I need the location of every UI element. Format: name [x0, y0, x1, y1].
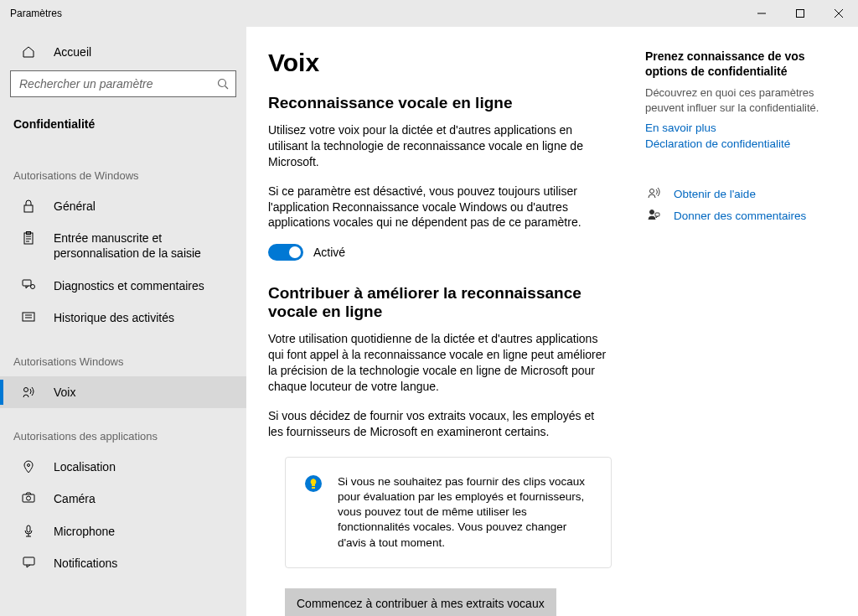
- home-label: Accueil: [54, 45, 91, 59]
- section-heading-contribute: Contribuer à améliorer la reconnaissance…: [268, 284, 612, 321]
- sidebar-item-label: Diagnostics et commentaires: [54, 278, 233, 293]
- info-box: Si vous ne souhaitez pas fournir des cli…: [285, 457, 612, 568]
- svg-rect-6: [24, 205, 33, 212]
- sidebar-item-label: Historique des activités: [54, 310, 233, 325]
- clipboard-icon: [20, 231, 37, 245]
- svg-point-20: [27, 496, 31, 500]
- section-app-permissions: Autorisations des applications: [0, 423, 246, 451]
- feedback-icon: [20, 279, 37, 291]
- svg-rect-1: [797, 10, 804, 18]
- contribute-button[interactable]: Commencez à contribuer à mes extraits vo…: [285, 588, 556, 616]
- minimize-button[interactable]: [742, 0, 781, 27]
- sidebar-item-camera[interactable]: Caméra: [0, 483, 246, 515]
- sidebar-item-label: Microphone: [54, 524, 233, 539]
- section-windows-permissions: Autorisations de Windows: [0, 163, 246, 190]
- search-box[interactable]: [10, 70, 236, 97]
- toggle-label: Activé: [313, 246, 345, 259]
- page-title: Voix: [268, 49, 612, 77]
- sidebar-item-label: Caméra: [54, 491, 233, 506]
- sidebar-item-label: Général: [54, 199, 233, 214]
- sidebar-item-label: Notifications: [54, 556, 233, 571]
- aside-text: Découvrez en quoi ces paramètres peuvent…: [645, 85, 838, 115]
- toggle-row: Activé: [268, 244, 612, 261]
- maximize-button[interactable]: [781, 0, 819, 27]
- sidebar-item-label: Localisation: [54, 459, 233, 474]
- history-icon: [20, 311, 37, 323]
- paragraph: Votre utilisation quotidienne de la dict…: [268, 331, 612, 395]
- svg-point-27: [650, 189, 654, 194]
- svg-rect-14: [23, 313, 34, 321]
- paragraph: Si ce paramètre est désactivé, vous pouv…: [268, 184, 612, 231]
- sidebar-item-voice[interactable]: Voix: [0, 376, 246, 408]
- svg-point-4: [219, 80, 226, 87]
- speech-toggle[interactable]: [268, 244, 303, 261]
- search-input[interactable]: [11, 77, 210, 91]
- svg-rect-29: [655, 213, 659, 216]
- sidebar-item-diagnostics[interactable]: Diagnostics et commentaires: [0, 270, 246, 302]
- svg-rect-19: [23, 494, 34, 502]
- tip-icon: [304, 474, 324, 494]
- voice-icon: [20, 386, 37, 399]
- aside: Prenez connaissance de vos options de co…: [645, 49, 838, 596]
- give-feedback-link[interactable]: Donner des commentaires: [674, 210, 806, 222]
- svg-rect-12: [23, 280, 31, 286]
- window-title: Paramètres: [10, 8, 62, 19]
- notification-icon: [20, 556, 37, 568]
- svg-point-28: [650, 210, 654, 215]
- home-button[interactable]: Accueil: [0, 45, 246, 70]
- paragraph: Utilisez votre voix pour la dictée et d'…: [268, 122, 612, 170]
- get-help-link[interactable]: Obtenir de l'aide: [674, 188, 756, 200]
- titlebar: Paramètres: [0, 0, 858, 27]
- paragraph: Si vous décidez de fournir vos extraits …: [268, 408, 612, 440]
- home-icon: [20, 45, 37, 59]
- svg-line-5: [225, 86, 229, 90]
- search-icon: [210, 78, 235, 90]
- sidebar: Accueil Confidentialité Autorisations de…: [0, 27, 246, 616]
- section-heading-recognition: Reconnaissance vocale en ligne: [268, 94, 612, 112]
- sidebar-item-inking[interactable]: Entrée manuscrite et personnalisation de…: [0, 222, 246, 269]
- location-icon: [20, 460, 37, 474]
- close-button[interactable]: [819, 0, 858, 27]
- svg-point-18: [28, 464, 30, 467]
- category-header: Confidentialité: [0, 111, 246, 148]
- sidebar-item-general[interactable]: Général: [0, 190, 246, 222]
- window-controls: [742, 0, 858, 27]
- lock-icon: [20, 199, 37, 213]
- privacy-statement-link[interactable]: Déclaration de confidentialité: [645, 137, 838, 150]
- section-windows-permissions-2: Autorisations Windows: [0, 349, 246, 376]
- svg-rect-26: [312, 487, 315, 489]
- svg-rect-24: [23, 557, 34, 565]
- microphone-icon: [20, 525, 37, 538]
- sidebar-item-label: Entrée manuscrite et personnalisation de…: [54, 230, 233, 261]
- svg-point-17: [24, 387, 28, 391]
- sidebar-item-notifications[interactable]: Notifications: [0, 547, 246, 579]
- sidebar-item-location[interactable]: Localisation: [0, 451, 246, 483]
- feedback-icon: [645, 209, 662, 222]
- aside-title: Prenez connaissance de vos options de co…: [645, 49, 838, 79]
- sidebar-item-label: Voix: [54, 385, 233, 400]
- sidebar-item-microphone[interactable]: Microphone: [0, 515, 246, 547]
- learn-more-link[interactable]: En savoir plus: [645, 122, 838, 134]
- content-area: Voix Reconnaissance vocale en ligne Util…: [246, 27, 858, 616]
- help-icon: [645, 187, 662, 200]
- svg-rect-21: [27, 525, 30, 532]
- sidebar-item-activity[interactable]: Historique des activités: [0, 302, 246, 334]
- tip-text: Si vous ne souhaitez pas fournir des cli…: [338, 474, 592, 551]
- camera-icon: [20, 492, 37, 503]
- svg-point-13: [31, 284, 35, 288]
